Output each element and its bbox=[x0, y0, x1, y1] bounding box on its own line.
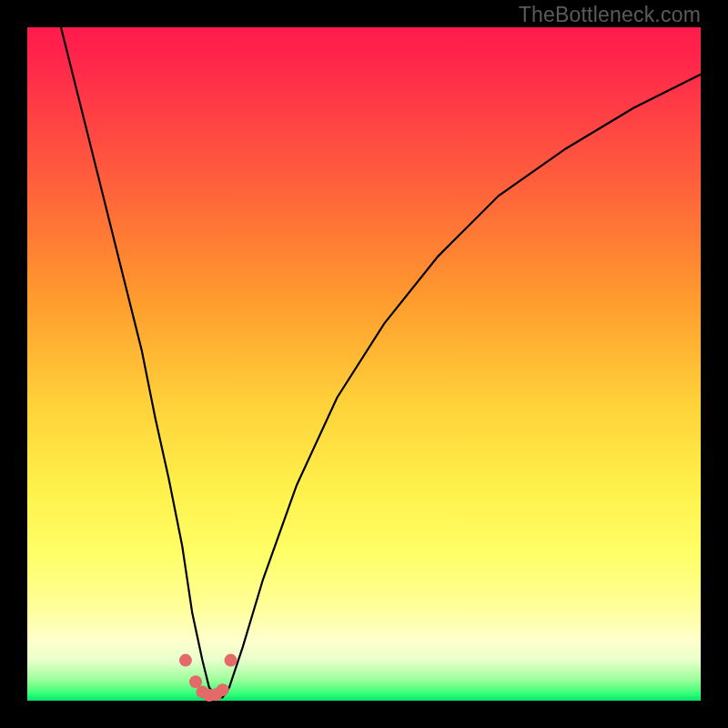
gradient-plot-area bbox=[27, 27, 701, 701]
outer-frame: TheBottleneck.com bbox=[0, 0, 728, 728]
watermark-text: TheBottleneck.com bbox=[519, 3, 701, 27]
